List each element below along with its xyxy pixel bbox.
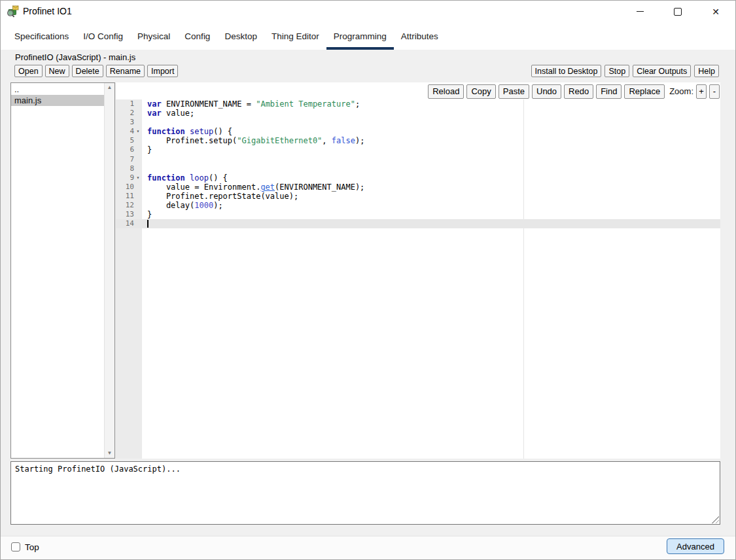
token: ,: [322, 136, 331, 145]
line-number: 7: [130, 155, 134, 164]
redo-button[interactable]: Redo: [564, 84, 593, 99]
code-line: 1var ENVIRONMENT_NAME = "Ambient Tempera…: [116, 99, 720, 109]
replace-button[interactable]: Replace: [624, 84, 665, 99]
tab-i-o-config[interactable]: I/O Config: [76, 23, 130, 50]
code-line: 4▾function setup() {: [116, 127, 720, 136]
code-line: 8: [116, 164, 720, 173]
window-controls: ✕: [621, 1, 735, 22]
import-button[interactable]: Import: [147, 65, 178, 77]
scroll-down-arrow-icon[interactable]: ▼: [105, 449, 114, 458]
token: setup: [190, 127, 213, 136]
fold-arrow-icon[interactable]: ▾: [134, 173, 142, 183]
title-bar: Profinet IO1 ✕: [1, 1, 735, 24]
file-item-main-js[interactable]: main.js: [11, 95, 104, 106]
minimize-button[interactable]: [621, 1, 659, 22]
output-console[interactable]: Starting ProfinetIO (JavaScript)...: [10, 461, 720, 525]
line-number-cell: 8: [116, 164, 142, 173]
token: Profinet.setup(: [147, 136, 237, 145]
line-number: 10: [126, 183, 134, 192]
window-title: Profinet IO1: [23, 6, 72, 16]
line-number-cell: 3: [116, 118, 142, 127]
code-line: 7: [116, 155, 720, 164]
zoom-in-button[interactable]: +: [696, 84, 707, 99]
code-text[interactable]: function setup() {: [142, 127, 232, 136]
top-checkbox-label: Top: [25, 542, 39, 552]
paste-button[interactable]: Paste: [499, 84, 529, 99]
advanced-button[interactable]: Advanced: [667, 538, 724, 554]
close-button[interactable]: ✕: [697, 1, 735, 22]
token: Profinet.reportState(value);: [147, 192, 298, 201]
line-number-cell: 6: [116, 145, 142, 154]
find-button[interactable]: Find: [596, 84, 622, 99]
file-list: ..main.js: [11, 84, 104, 106]
line-number: 9: [130, 173, 134, 183]
file-item-[interactable]: ..: [11, 84, 104, 95]
code-line: 6}: [116, 145, 720, 154]
line-number-cell: 9▾: [116, 173, 142, 183]
tab-specifications[interactable]: Specifications: [7, 23, 76, 50]
code-text[interactable]: [142, 164, 147, 173]
tab-thing-editor[interactable]: Thing Editor: [264, 23, 326, 50]
line-number: 2: [130, 109, 134, 118]
token: );: [213, 201, 222, 210]
zoom-label: Zoom:: [669, 86, 693, 96]
scroll-up-arrow-icon[interactable]: ▲: [105, 83, 114, 92]
code-line: 13}: [116, 210, 720, 219]
open-button[interactable]: Open: [14, 65, 43, 77]
code-text[interactable]: value = Environment.get(ENVIRONMENT_NAME…: [142, 183, 364, 192]
token: value = Environment.: [147, 183, 260, 192]
editor-title: ProfinetIO (JavaScript) - main.js: [15, 52, 135, 62]
line-number-cell: 4▾: [116, 127, 142, 136]
copy-button[interactable]: Copy: [466, 84, 495, 99]
line-number-cell: 10: [116, 183, 142, 192]
delete-button[interactable]: Delete: [72, 65, 103, 77]
code-text[interactable]: function loop() {: [142, 173, 228, 183]
token: loop: [190, 173, 209, 183]
console-output-text: Starting ProfinetIO (JavaScript)...: [15, 464, 181, 474]
tab-desktop[interactable]: Desktop: [217, 23, 264, 50]
code-text[interactable]: Profinet.setup("GigabitEthernet0", false…: [142, 136, 364, 145]
zoom-out-button[interactable]: -: [709, 84, 720, 99]
help-button[interactable]: Help: [694, 65, 719, 77]
code-text[interactable]: [142, 219, 149, 228]
undo-button[interactable]: Undo: [532, 84, 561, 99]
top-checkbox[interactable]: [11, 542, 20, 551]
line-number: 8: [130, 164, 134, 173]
code-text[interactable]: }: [142, 210, 152, 219]
file-list-scrollbar[interactable]: ▲ ▼: [104, 83, 114, 458]
token: () {: [209, 173, 228, 183]
line-number-cell: 11: [116, 192, 142, 201]
code-text[interactable]: var value;: [142, 109, 194, 118]
run-buttons-group: Install to DesktopStopClear OutputsHelp: [531, 65, 719, 77]
stop-button[interactable]: Stop: [605, 65, 629, 77]
install-to-desktop-button[interactable]: Install to Desktop: [531, 65, 602, 77]
token: var: [147, 109, 162, 118]
file-list-panel: ..main.js ▲ ▼: [10, 82, 115, 459]
code-text[interactable]: delay(1000);: [142, 201, 223, 210]
code-text[interactable]: [142, 155, 147, 164]
tab-programming[interactable]: Programming: [326, 23, 394, 50]
new-button[interactable]: New: [45, 65, 69, 77]
token: ENVIRONMENT_NAME =: [162, 99, 256, 109]
clear-outputs-button[interactable]: Clear Outputs: [633, 65, 691, 77]
text-cursor: [147, 220, 149, 228]
tab-attributes[interactable]: Attributes: [394, 23, 446, 50]
app-window: Profinet IO1 ✕ SpecificationsI/O ConfigP…: [0, 0, 736, 560]
line-number-cell: 13: [116, 210, 142, 219]
reload-button[interactable]: Reload: [428, 84, 464, 99]
token: () {: [213, 127, 232, 136]
code-lines: 1var ENVIRONMENT_NAME = "Ambient Tempera…: [116, 99, 720, 228]
tab-physical[interactable]: Physical: [130, 23, 177, 50]
code-text[interactable]: }: [142, 145, 152, 154]
tab-config[interactable]: Config: [177, 23, 217, 50]
token: function: [147, 127, 185, 136]
code-area[interactable]: 1var ENVIRONMENT_NAME = "Ambient Tempera…: [116, 99, 720, 459]
rename-button[interactable]: Rename: [106, 65, 145, 77]
code-text[interactable]: Profinet.reportState(value);: [142, 192, 298, 201]
maximize-button[interactable]: [659, 1, 697, 22]
code-text[interactable]: var ENVIRONMENT_NAME = "Ambient Temperat…: [142, 99, 360, 109]
fold-arrow-icon[interactable]: ▾: [134, 127, 142, 136]
resize-grip-icon[interactable]: [711, 516, 719, 523]
footer-bar: Top Advanced: [1, 536, 735, 559]
code-text[interactable]: [142, 118, 147, 127]
